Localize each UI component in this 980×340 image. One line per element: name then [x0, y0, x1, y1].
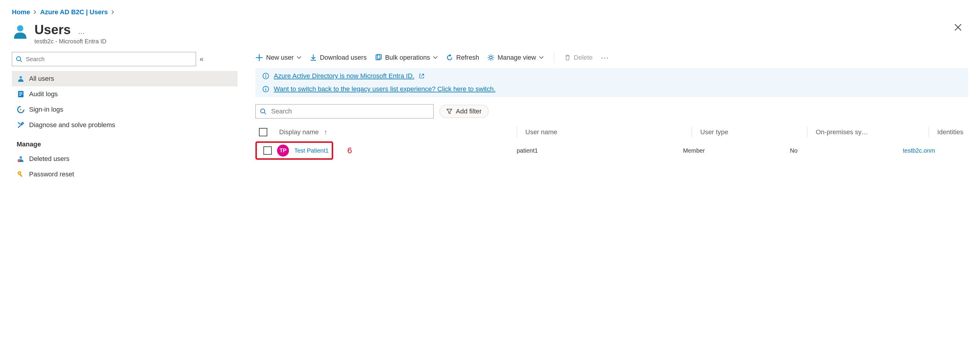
toolbar-label: Refresh [456, 54, 479, 62]
cell-user-type: Member [683, 147, 790, 154]
info-link-legacy[interactable]: Want to switch back to the legacy users … [274, 85, 495, 93]
download-users-button[interactable]: Download users [310, 54, 367, 62]
filter-label: Add filter [456, 108, 482, 115]
breadcrumb-home[interactable]: Home [12, 8, 30, 16]
toolbar-label: New user [266, 54, 294, 62]
info-icon [262, 86, 269, 92]
col-display-name[interactable]: Display name ↑ [279, 128, 517, 136]
svg-rect-22 [266, 87, 266, 88]
toolbar-label: Download users [320, 54, 367, 62]
sidebar-group-manage: Manage [12, 133, 237, 151]
breadcrumb: Home Azure AD B2C | Users [12, 8, 968, 23]
manage-view-button[interactable]: Manage view [487, 54, 544, 62]
table-header: Display name ↑ User name User type On-pr… [255, 124, 968, 140]
svg-rect-18 [266, 76, 266, 78]
svg-point-3 [20, 76, 22, 79]
svg-point-23 [261, 109, 265, 113]
sort-asc-icon: ↑ [324, 128, 327, 136]
column-separator [929, 127, 929, 138]
identities-link[interactable]: testb2c.onm [903, 147, 935, 154]
toolbar-divider [554, 52, 554, 63]
signin-icon [17, 105, 25, 114]
refresh-icon [446, 54, 453, 61]
users-search[interactable] [255, 104, 434, 119]
search-icon [16, 56, 22, 62]
avatar: TP [277, 145, 289, 156]
trash-icon [564, 54, 571, 61]
page-title: Users [35, 23, 71, 36]
col-user-type[interactable]: User type [700, 128, 807, 136]
search-icon [260, 108, 266, 114]
nav-signin-logs[interactable]: Sign-in logs [12, 102, 237, 117]
info-icon [262, 73, 269, 79]
toolbar: New user Download users Bulk operations … [255, 51, 968, 68]
toolbar-label: Delete [574, 54, 593, 62]
nav-diagnose[interactable]: Diagnose and solve problems [12, 117, 237, 133]
column-separator [517, 127, 517, 138]
chevron-down-icon [297, 55, 301, 60]
svg-line-24 [264, 113, 266, 114]
close-button[interactable] [954, 23, 962, 32]
col-user-name[interactable]: User name [525, 128, 692, 136]
nav-label: Sign-in logs [29, 106, 63, 113]
svg-rect-6 [19, 94, 22, 94]
user-display-name-link[interactable]: Test Patient1 [294, 147, 329, 154]
download-icon [310, 54, 317, 61]
users-search-input[interactable] [270, 107, 429, 116]
bulk-icon [375, 54, 382, 61]
user-icon [17, 75, 25, 83]
nav-password-reset[interactable]: Password reset [12, 167, 237, 182]
svg-point-12 [19, 172, 20, 174]
table-row[interactable]: TP Test Patient1 6 patient1 Member No te… [255, 140, 968, 160]
filter-icon [446, 108, 452, 114]
users-table: Display name ↑ User name User type On-pr… [255, 124, 968, 160]
col-label: Display name [279, 128, 319, 136]
wrench-icon [17, 121, 25, 129]
chevron-down-icon [539, 55, 544, 60]
delete-button[interactable]: Delete [564, 54, 593, 62]
nav-label: Diagnose and solve problems [29, 121, 115, 129]
toolbar-label: Manage view [498, 54, 536, 62]
chevron-right-icon [111, 10, 115, 14]
nav-all-users[interactable]: All users [12, 71, 237, 86]
gear-icon [487, 54, 495, 61]
cell-identities: testb2c.onm [903, 147, 968, 154]
nav-label: All users [29, 75, 54, 83]
info-link-entra[interactable]: Azure Active Directory is now Microsoft … [274, 72, 414, 80]
col-on-prem[interactable]: On-premises sy… [816, 128, 929, 136]
info-banner: Azure Active Directory is now Microsoft … [255, 68, 968, 97]
sidebar: « All users Audit logs Sign-in logs Diag… [12, 51, 237, 182]
svg-point-16 [490, 56, 492, 59]
svg-point-0 [17, 25, 24, 32]
filter-row: Add filter [255, 97, 968, 121]
refresh-button[interactable]: Refresh [446, 54, 479, 62]
page-header: Users … testb2c - Microsoft Entra ID [12, 23, 968, 51]
chevron-down-icon [433, 55, 438, 60]
header-more-button[interactable]: … [78, 27, 85, 36]
new-user-button[interactable]: New user [255, 54, 301, 62]
svg-point-8 [20, 156, 22, 159]
toolbar-label: Bulk operations [385, 54, 430, 62]
col-identities[interactable]: Identities [937, 128, 968, 136]
svg-rect-13 [19, 174, 22, 177]
cell-on-prem: No [790, 147, 903, 154]
bulk-operations-button[interactable]: Bulk operations [375, 54, 438, 62]
page-subtitle: testb2c - Microsoft Entra ID [35, 38, 106, 45]
add-filter-button[interactable]: Add filter [439, 105, 488, 118]
nav-label: Audit logs [29, 90, 58, 98]
breadcrumb-second[interactable]: Azure AD B2C | Users [40, 8, 108, 16]
sidebar-search[interactable] [12, 52, 196, 66]
toolbar-more-button[interactable]: ··· [601, 53, 609, 62]
nav-label: Password reset [29, 170, 74, 178]
chevron-right-icon [33, 10, 37, 14]
collapse-sidebar-button[interactable]: « [200, 55, 204, 63]
select-all-checkbox[interactable] [259, 128, 267, 136]
svg-point-1 [17, 57, 21, 61]
key-icon [17, 170, 25, 178]
row-checkbox[interactable] [263, 146, 272, 155]
nav-audit-logs[interactable]: Audit logs [12, 86, 237, 102]
svg-rect-19 [266, 75, 266, 75]
sidebar-search-input[interactable] [25, 56, 192, 63]
column-separator [692, 127, 692, 138]
nav-deleted-users[interactable]: Deleted users [12, 151, 237, 167]
